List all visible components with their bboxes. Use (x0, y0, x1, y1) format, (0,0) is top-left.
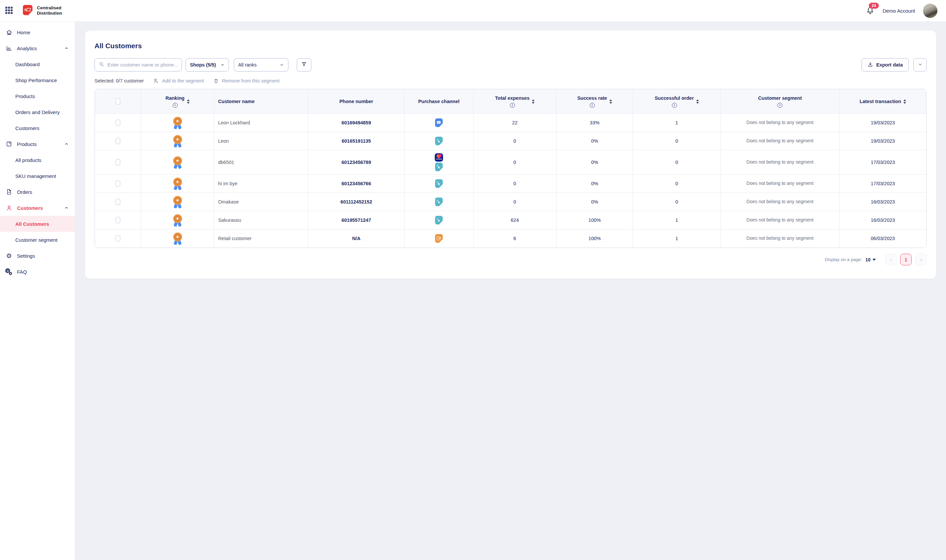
brand-logo (22, 4, 33, 17)
page-title: All Customers (94, 42, 473, 50)
settings-icon: ⚙ (5, 252, 12, 259)
table-row: ★Leon6016519113500%0Does not belong to a… (95, 132, 473, 150)
sidebar-item-label: Customers (17, 205, 43, 211)
faq-icon: QA (5, 268, 12, 275)
add-to-segment-label: Add to the segment (162, 78, 204, 83)
ranking-cell: ★ (141, 175, 214, 193)
ranking-cell: ★ (141, 193, 214, 211)
purchase-channel-cell: Lazada (404, 150, 473, 175)
sidebar-item-orders[interactable]: Orders (0, 184, 75, 200)
row-checkbox[interactable] (115, 138, 120, 144)
sort-arrows-icon[interactable] (187, 99, 189, 104)
purchase-channel-cell (404, 114, 473, 132)
row-checkbox-cell (95, 132, 141, 150)
customer-name-cell: hi im bye (214, 175, 308, 193)
bronze-medal-icon: ★ (173, 117, 183, 129)
sidebar-item-sku-management[interactable]: SKU management (0, 168, 75, 184)
row-checkbox-cell (95, 114, 141, 132)
row-checkbox[interactable] (115, 119, 120, 126)
row-checkbox[interactable] (115, 180, 120, 187)
sidebar-item-label: Dashboard (15, 62, 40, 67)
row-checkbox-cell (95, 150, 141, 175)
row-checkbox[interactable] (115, 235, 120, 242)
main-content: All Customers Shops (5/5) All ranks (75, 22, 473, 280)
sidebar-item-products[interactable]: Products (0, 88, 75, 104)
sidebar-item-customer-segment[interactable]: Customer segment (0, 232, 75, 248)
cursor-channel-icon (435, 197, 443, 206)
ranking-cell: ★ (141, 229, 214, 248)
ranks-filter-dropdown[interactable]: All ranks (234, 58, 288, 71)
ranks-filter-value: All ranks (238, 62, 257, 68)
purchase-channel-cell (404, 229, 473, 248)
sidebar-item-dashboard[interactable]: Dashboard (0, 56, 75, 72)
sidebar-item-settings[interactable]: ⚙Settings (0, 248, 75, 264)
select-all-checkbox[interactable] (115, 98, 120, 105)
sidebar-item-customers[interactable]: Customers (0, 120, 75, 136)
pagination: Display on a page: 10 1 (94, 254, 473, 265)
col-purchase-channel: Purchase channel (404, 89, 473, 114)
phone-number-cell: 60195571247 (308, 211, 404, 229)
add-to-segment-button[interactable]: Add to the segment (153, 78, 204, 84)
shops-filter-value: Shops (5/5) (190, 62, 216, 68)
row-checkbox-cell (95, 193, 141, 211)
analytics-icon (5, 45, 12, 52)
phone-number-cell: N/A (308, 229, 404, 248)
cursor-channel-icon (435, 137, 443, 145)
filter-row: Shops (5/5) All ranks (94, 58, 473, 71)
customer-name-cell: Retail customer (214, 229, 308, 248)
sidebar-item-orders-and-delivery[interactable]: Orders and Delivery (0, 104, 75, 120)
sidebar-item-faq[interactable]: QAFAQ (0, 264, 75, 280)
shops-filter-dropdown[interactable]: Shops (5/5) (186, 58, 229, 71)
bronze-medal-icon: ★ (173, 156, 183, 169)
sidebar-item-analytics[interactable]: Analytics (0, 40, 75, 56)
column-label: Customer name (218, 98, 255, 105)
advanced-filter-button[interactable] (297, 58, 311, 71)
table-row: ★Omakase60111245215200%0Does not belong … (95, 193, 473, 211)
selection-toolbar: Selected: 0/7 customer Add to the segmen… (94, 78, 473, 84)
sidebar-item-home[interactable]: Home (0, 24, 75, 40)
row-checkbox-cell (95, 211, 141, 229)
sidebar-item-all-customers[interactable]: All Customers (0, 216, 75, 232)
customers-icon (5, 204, 12, 211)
ranking-cell: ★ (141, 132, 214, 150)
lazada-channel-icon: Lazada (435, 153, 443, 162)
ranking-cell: ★ (141, 211, 214, 229)
customer-search (94, 58, 182, 71)
phone-number-cell: 60123456766 (308, 175, 404, 193)
sidebar-item-label: Orders (17, 189, 32, 195)
column-label: Purchase channel (418, 98, 459, 105)
remove-from-segment-button[interactable]: Remove from this segment (213, 78, 279, 84)
all-customers-card: All Customers Shops (5/5) All ranks (85, 31, 473, 278)
sidebar-item-all-products[interactable]: All products (0, 152, 75, 168)
pos-channel-icon (435, 234, 443, 243)
sidebar-item-label: All products (15, 157, 41, 163)
purchase-channel-cell (404, 193, 473, 211)
sidebar-item-customers[interactable]: Customers (0, 200, 75, 216)
sidebar-item-label: Orders and Delivery (15, 109, 60, 115)
purchase-channel-cell (404, 132, 473, 150)
selected-count-text: Selected: 0/7 customer (94, 78, 144, 83)
table-row: ★Sakurasou60195571247624100%1Does not be… (95, 211, 473, 229)
table-row: ★Leon Lockhard601694948592233%1Does not … (95, 114, 473, 132)
row-checkbox[interactable] (115, 159, 120, 166)
funnel-icon (301, 61, 307, 69)
row-checkbox-cell (95, 229, 141, 248)
sidebar-item-label: Shop Performance (15, 77, 57, 83)
purchase-channel-cell (404, 175, 473, 193)
brand-name: Centralised Distribution (37, 5, 62, 16)
sidebar-item-shop-performance[interactable]: Shop Performance (0, 72, 75, 88)
bronze-medal-icon: ★ (173, 196, 183, 208)
home-icon (5, 29, 12, 36)
sidebar-item-products[interactable]: Products (0, 136, 75, 152)
search-input[interactable] (108, 62, 178, 68)
phone-number-cell: 601112452152 (308, 193, 404, 211)
col-ranking[interactable]: Rankingi (141, 89, 214, 114)
phone-number-cell: 60165191135 (308, 132, 404, 150)
row-checkbox[interactable] (115, 217, 120, 223)
info-icon[interactable]: i (173, 103, 178, 108)
app-launcher-icon[interactable] (5, 7, 13, 15)
chevron-down-icon (279, 63, 284, 67)
row-checkbox[interactable] (115, 198, 120, 205)
sidebar-item-label: All Customers (15, 221, 49, 227)
bronze-medal-icon: ★ (173, 135, 183, 147)
